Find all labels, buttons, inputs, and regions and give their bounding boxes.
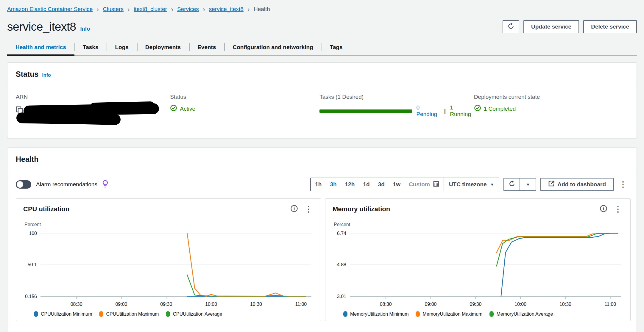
time-range-1w[interactable]: 1w xyxy=(389,181,405,188)
x-tick-label: 10:00 xyxy=(514,302,526,307)
refresh-button[interactable] xyxy=(503,20,519,33)
external-link-icon xyxy=(548,181,554,188)
legend-item[interactable]: CPUUtilization Maximum xyxy=(99,311,159,317)
arn-redaction xyxy=(16,112,121,125)
legend-item[interactable]: MemoryUtilization Maximum xyxy=(416,311,482,317)
legend-label: CPUUtilization Average xyxy=(173,311,222,317)
status-panel-title: Status xyxy=(16,70,38,79)
status-value: Active xyxy=(180,106,195,112)
lightbulb-icon[interactable] xyxy=(102,180,108,190)
memory-chart-legend: MemoryUtilization MinimumMemoryUtilizati… xyxy=(343,311,623,317)
status-label: Status xyxy=(170,94,319,100)
timezone-dropdown[interactable]: UTC timezone ▼ xyxy=(444,181,499,188)
health-panel-title: Health xyxy=(16,155,38,164)
legend-item[interactable]: CPUUtilization Average xyxy=(166,311,222,317)
page-title: service_itext8 xyxy=(7,20,76,33)
breadcrumb-link[interactable]: itext8_cluster xyxy=(134,6,167,12)
arn-field: ARN xyxy=(16,94,170,126)
legend-item[interactable]: MemoryUtilization Minimum xyxy=(343,311,408,317)
tab-deployments[interactable]: Deployments xyxy=(137,42,189,55)
alarm-recommendations-label: Alarm recommendations xyxy=(36,181,97,188)
check-circle-icon xyxy=(170,104,177,113)
tab-logs[interactable]: Logs xyxy=(107,42,137,55)
x-tick-label: 09:30 xyxy=(160,302,172,307)
tasks-field: Tasks (1 Desired) 0 Pending | 1 Running xyxy=(319,94,474,126)
cpu-chart-ylabel: Percent xyxy=(24,222,314,227)
legend-swatch xyxy=(99,311,103,317)
title-info-link[interactable]: Info xyxy=(80,26,90,32)
memory-chart-ylabel: Percent xyxy=(334,222,623,227)
tab-bar: Health and metricsTasksLogsDeploymentsEv… xyxy=(7,42,637,56)
x-tick-label: 10:00 xyxy=(205,302,217,307)
timezone-label: UTC timezone xyxy=(449,181,487,188)
legend-swatch xyxy=(416,311,420,317)
health-kebab-menu[interactable]: ⋮ xyxy=(618,181,628,187)
x-tick-label: 11:00 xyxy=(604,302,616,307)
breadcrumb-link[interactable]: Amazon Elastic Container Service xyxy=(7,6,93,12)
y-tick-label: 4.88 xyxy=(337,262,346,267)
tab-configuration-and-networking[interactable]: Configuration and networking xyxy=(224,42,321,55)
memory-utilization-chart[interactable]: 6.744.883.0108:3009:0009:3010:0010:3011:… xyxy=(333,228,623,309)
info-icon[interactable] xyxy=(290,205,298,214)
deployments-field: Deployments current state 1 Completed xyxy=(474,94,628,126)
add-to-dashboard-label: Add to dashboard xyxy=(557,181,606,188)
breadcrumb-current: Health xyxy=(254,6,270,12)
legend-label: CPUUtilization Maximum xyxy=(106,311,159,317)
tab-events[interactable]: Events xyxy=(189,42,224,55)
page-header: service_itext8 Info Update service Delet… xyxy=(0,12,644,33)
x-tick-label: 10:30 xyxy=(559,302,571,307)
cpu-chart-legend: CPUUtilization MinimumCPUUtilization Max… xyxy=(34,311,314,317)
status-field: Status Active xyxy=(170,94,319,126)
alarm-recommendations-toggle[interactable] xyxy=(16,180,31,189)
cpu-utilization-chart-card: CPU utilization ⋮ Percent 10050.10.15608… xyxy=(16,198,321,321)
time-range-1h[interactable]: 1h xyxy=(311,181,326,188)
tab-tags[interactable]: Tags xyxy=(322,42,351,55)
refresh-options-button[interactable]: ▼ xyxy=(520,178,536,191)
legend-label: CPUUtilization Minimum xyxy=(41,311,92,317)
y-tick-label: 0.156 xyxy=(25,294,37,299)
refresh-icon xyxy=(509,180,515,189)
calendar-icon[interactable] xyxy=(433,181,439,188)
x-tick-label: 09:30 xyxy=(470,302,481,307)
time-range-group: 1h3h12h1d3d1w Custom UTC timezone ▼ xyxy=(310,178,499,191)
status-panel: Status Info ARN Status Active xyxy=(7,62,637,138)
deployments-label: Deployments current state xyxy=(474,94,628,100)
add-to-dashboard-button[interactable]: Add to dashboard xyxy=(540,178,614,191)
y-tick-label: 3.01 xyxy=(337,294,346,299)
memory-chart-kebab-menu[interactable]: ⋮ xyxy=(613,206,623,212)
breadcrumb-link[interactable]: Clusters xyxy=(103,6,124,12)
memory-chart-title: Memory utilization xyxy=(333,205,390,213)
tasks-running: 1 Running xyxy=(450,104,474,118)
legend-label: MemoryUtilization Minimum xyxy=(350,311,408,317)
delete-service-button[interactable]: Delete service xyxy=(583,20,637,33)
x-tick-label: 08:30 xyxy=(380,302,392,307)
info-icon[interactable] xyxy=(600,205,607,214)
tasks-label: Tasks (1 Desired) xyxy=(319,94,474,100)
breadcrumb-link[interactable]: service_itext8 xyxy=(209,6,244,12)
time-range-custom[interactable]: Custom xyxy=(405,181,432,188)
cpu-chart-kebab-menu[interactable]: ⋮ xyxy=(303,206,314,212)
update-service-button[interactable]: Update service xyxy=(523,20,579,33)
legend-item[interactable]: CPUUtilization Minimum xyxy=(34,311,92,317)
tab-health-and-metrics[interactable]: Health and metrics xyxy=(7,42,74,55)
tab-tasks[interactable]: Tasks xyxy=(74,42,107,55)
legend-item[interactable]: MemoryUtilization Average xyxy=(489,311,553,317)
charts-refresh-button[interactable] xyxy=(503,178,520,191)
status-info-link[interactable]: Info xyxy=(42,73,51,78)
memory-utilization-chart-card: Memory utilization ⋮ Percent 6.744.883.0… xyxy=(325,198,631,321)
time-range-1d[interactable]: 1d xyxy=(359,181,374,188)
time-range-3h[interactable]: 3h xyxy=(326,181,341,188)
breadcrumb: Amazon Elastic Container Service›Cluster… xyxy=(0,0,644,12)
tasks-separator: | xyxy=(444,108,446,114)
arn-redaction xyxy=(90,101,154,110)
time-range-12h[interactable]: 12h xyxy=(341,181,359,188)
time-range-3d[interactable]: 3d xyxy=(374,181,389,188)
breadcrumb-link[interactable]: Services xyxy=(177,6,199,12)
x-tick-label: 09:00 xyxy=(425,302,436,307)
x-tick-label: 08:30 xyxy=(71,302,82,307)
legend-label: MemoryUtilization Average xyxy=(496,311,553,317)
health-panel: Health Alarm recommendations 1h3h12h1d3d… xyxy=(7,148,637,332)
x-tick-label: 10:30 xyxy=(250,302,262,307)
y-tick-label: 6.74 xyxy=(337,231,346,236)
cpu-utilization-chart[interactable]: 10050.10.15608:3009:0009:3010:0010:3011:… xyxy=(23,228,314,309)
